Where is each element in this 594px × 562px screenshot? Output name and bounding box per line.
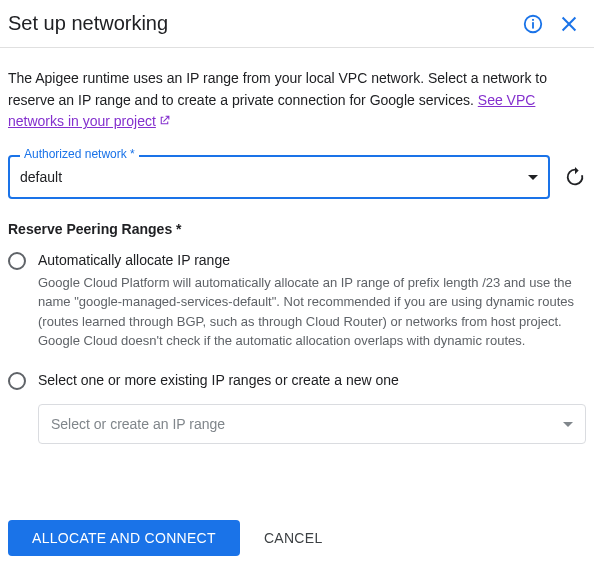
reserve-peering-title: Reserve Peering Ranges * bbox=[8, 221, 586, 237]
refresh-icon[interactable] bbox=[564, 166, 586, 188]
radio-select-input[interactable] bbox=[8, 372, 26, 390]
radio-auto-block: Automatically allocate IP range Google C… bbox=[8, 251, 586, 351]
radio-select-label: Select one or more existing IP ranges or… bbox=[38, 371, 586, 391]
header-actions bbox=[522, 13, 586, 35]
svg-rect-2 bbox=[532, 18, 534, 20]
cancel-button[interactable]: CANCEL bbox=[264, 530, 323, 546]
ip-range-placeholder: Select or create an IP range bbox=[51, 416, 563, 432]
dialog-header: Set up networking bbox=[0, 0, 594, 48]
description-text: The Apigee runtime uses an IP range from… bbox=[8, 68, 586, 133]
chevron-down-icon bbox=[563, 422, 573, 427]
radio-auto-input[interactable] bbox=[8, 252, 26, 270]
radio-auto-label: Automatically allocate IP range bbox=[38, 251, 586, 271]
radio-auto-help: Google Cloud Platform will automatically… bbox=[38, 273, 586, 351]
chevron-down-icon bbox=[528, 175, 538, 180]
dialog-footer: ALLOCATE AND CONNECT CANCEL bbox=[0, 496, 594, 562]
authorized-network-value: default bbox=[20, 169, 528, 185]
close-icon[interactable] bbox=[558, 13, 580, 35]
external-link-icon bbox=[158, 114, 171, 127]
radio-auto-row[interactable]: Automatically allocate IP range Google C… bbox=[8, 251, 586, 351]
dialog-title: Set up networking bbox=[8, 12, 522, 35]
info-icon[interactable] bbox=[522, 13, 544, 35]
svg-rect-1 bbox=[532, 22, 534, 28]
allocate-and-connect-button[interactable]: ALLOCATE AND CONNECT bbox=[8, 520, 240, 556]
description-body: The Apigee runtime uses an IP range from… bbox=[8, 70, 547, 108]
dialog-content: The Apigee runtime uses an IP range from… bbox=[0, 48, 594, 472]
radio-auto-content: Automatically allocate IP range Google C… bbox=[38, 251, 586, 351]
authorized-network-label: Authorized network * bbox=[20, 147, 139, 161]
authorized-network-select[interactable]: Authorized network * default bbox=[8, 155, 550, 199]
authorized-network-row: Authorized network * default bbox=[8, 155, 586, 199]
radio-select-block: Select one or more existing IP ranges or… bbox=[8, 371, 586, 445]
ip-range-select[interactable]: Select or create an IP range bbox=[38, 404, 586, 444]
radio-select-content: Select one or more existing IP ranges or… bbox=[38, 371, 586, 391]
radio-select-row[interactable]: Select one or more existing IP ranges or… bbox=[8, 371, 586, 391]
